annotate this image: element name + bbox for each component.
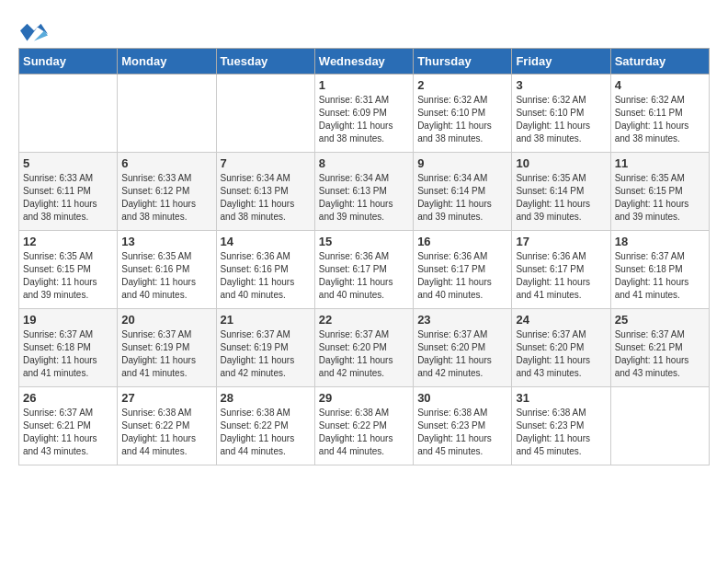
calendar-header: SundayMondayTuesdayWednesdayThursdayFrid… [19,49,710,75]
day-info: Sunrise: 6:37 AM Sunset: 6:21 PM Dayligh… [23,407,113,458]
day-info: Sunrise: 6:34 AM Sunset: 6:14 PM Dayligh… [417,172,507,224]
day-info: Sunrise: 6:37 AM Sunset: 6:18 PM Dayligh… [615,250,705,302]
day-info: Sunrise: 6:38 AM Sunset: 6:22 PM Dayligh… [221,407,311,458]
day-info: Sunrise: 6:37 AM Sunset: 6:19 PM Dayligh… [221,328,311,380]
day-info: Sunrise: 6:35 AM Sunset: 6:15 PM Dayligh… [23,250,113,302]
logo [18,18,48,39]
day-number: 31 [516,391,606,405]
day-info: Sunrise: 6:33 AM Sunset: 6:12 PM Dayligh… [121,172,211,224]
day-number: 4 [615,78,705,92]
calendar-cell: 16Sunrise: 6:36 AM Sunset: 6:17 PM Dayli… [414,231,512,309]
day-info: Sunrise: 6:37 AM Sunset: 6:18 PM Dayligh… [23,328,113,380]
day-header-monday: Monday [118,49,216,75]
day-number: 26 [23,391,113,405]
day-info: Sunrise: 6:35 AM Sunset: 6:15 PM Dayligh… [615,172,705,224]
day-number: 7 [221,156,311,170]
day-number: 30 [417,391,507,405]
calendar-cell: 12Sunrise: 6:35 AM Sunset: 6:15 PM Dayli… [19,231,118,309]
calendar-week-row: 19Sunrise: 6:37 AM Sunset: 6:18 PM Dayli… [19,309,710,387]
calendar-cell: 7Sunrise: 6:34 AM Sunset: 6:13 PM Daylig… [216,153,314,231]
day-info: Sunrise: 6:37 AM Sunset: 6:20 PM Dayligh… [319,328,409,380]
day-header-thursday: Thursday [414,49,512,75]
day-info: Sunrise: 6:38 AM Sunset: 6:22 PM Dayligh… [121,407,211,458]
day-number: 2 [417,78,507,92]
day-info: Sunrise: 6:37 AM Sunset: 6:20 PM Dayligh… [417,328,507,380]
day-header-tuesday: Tuesday [216,49,314,75]
calendar-week-row: 5Sunrise: 6:33 AM Sunset: 6:11 PM Daylig… [19,153,710,231]
calendar-cell: 15Sunrise: 6:36 AM Sunset: 6:17 PM Dayli… [314,231,413,309]
day-number: 24 [516,313,606,327]
day-info: Sunrise: 6:38 AM Sunset: 6:23 PM Dayligh… [417,407,507,458]
day-number: 21 [221,313,311,327]
calendar-cell: 4Sunrise: 6:32 AM Sunset: 6:11 PM Daylig… [610,75,709,153]
day-info: Sunrise: 6:32 AM Sunset: 6:10 PM Dayligh… [516,94,606,145]
calendar-cell: 23Sunrise: 6:37 AM Sunset: 6:20 PM Dayli… [414,309,512,387]
calendar-cell: 18Sunrise: 6:37 AM Sunset: 6:18 PM Dayli… [610,231,709,309]
day-number: 22 [319,313,409,327]
day-info: Sunrise: 6:37 AM Sunset: 6:21 PM Dayligh… [615,328,705,380]
day-number: 5 [23,156,113,170]
day-info: Sunrise: 6:31 AM Sunset: 6:09 PM Dayligh… [319,94,409,145]
calendar-cell: 5Sunrise: 6:33 AM Sunset: 6:11 PM Daylig… [19,153,118,231]
day-info: Sunrise: 6:34 AM Sunset: 6:13 PM Dayligh… [319,172,409,224]
day-number: 28 [221,391,311,405]
day-number: 6 [121,156,211,170]
calendar-cell: 22Sunrise: 6:37 AM Sunset: 6:20 PM Dayli… [314,309,413,387]
calendar-cell: 24Sunrise: 6:37 AM Sunset: 6:20 PM Dayli… [512,309,610,387]
calendar-cell: 13Sunrise: 6:35 AM Sunset: 6:16 PM Dayli… [118,231,216,309]
day-number: 27 [121,391,211,405]
day-number: 8 [319,156,409,170]
calendar-cell: 6Sunrise: 6:33 AM Sunset: 6:12 PM Daylig… [118,153,216,231]
day-info: Sunrise: 6:35 AM Sunset: 6:16 PM Dayligh… [121,250,211,302]
header [18,18,710,39]
day-number: 9 [417,156,507,170]
day-number: 19 [23,313,113,327]
day-info: Sunrise: 6:36 AM Sunset: 6:17 PM Dayligh… [319,250,409,302]
day-header-sunday: Sunday [19,49,118,75]
day-info: Sunrise: 6:37 AM Sunset: 6:19 PM Dayligh… [121,328,211,380]
day-number: 11 [615,156,705,170]
calendar-cell [216,75,314,153]
calendar-table: SundayMondayTuesdayWednesdayThursdayFrid… [18,48,710,465]
calendar-cell: 27Sunrise: 6:38 AM Sunset: 6:22 PM Dayli… [118,387,216,465]
calendar-cell [610,387,709,465]
day-number: 17 [516,235,606,248]
calendar-week-row: 26Sunrise: 6:37 AM Sunset: 6:21 PM Dayli… [19,387,710,465]
day-number: 20 [121,313,211,327]
calendar-cell: 10Sunrise: 6:35 AM Sunset: 6:14 PM Dayli… [512,153,610,231]
day-header-saturday: Saturday [610,49,709,75]
calendar-cell: 17Sunrise: 6:36 AM Sunset: 6:17 PM Dayli… [512,231,610,309]
day-number: 3 [516,78,606,92]
day-info: Sunrise: 6:36 AM Sunset: 6:16 PM Dayligh… [221,250,311,302]
logo-bird-icon [20,18,48,46]
calendar-cell: 2Sunrise: 6:32 AM Sunset: 6:10 PM Daylig… [414,75,512,153]
calendar-cell [19,75,118,153]
day-number: 12 [23,235,113,248]
day-info: Sunrise: 6:38 AM Sunset: 6:22 PM Dayligh… [319,407,409,458]
day-number: 29 [319,391,409,405]
calendar-week-row: 12Sunrise: 6:35 AM Sunset: 6:15 PM Dayli… [19,231,710,309]
day-number: 16 [417,235,507,248]
calendar-cell: 28Sunrise: 6:38 AM Sunset: 6:22 PM Dayli… [216,387,314,465]
day-info: Sunrise: 6:36 AM Sunset: 6:17 PM Dayligh… [516,250,606,302]
calendar-cell [118,75,216,153]
calendar-cell: 31Sunrise: 6:38 AM Sunset: 6:23 PM Dayli… [512,387,610,465]
day-number: 18 [615,235,705,248]
calendar-cell: 25Sunrise: 6:37 AM Sunset: 6:21 PM Dayli… [610,309,709,387]
day-header-wednesday: Wednesday [314,49,413,75]
calendar-cell: 26Sunrise: 6:37 AM Sunset: 6:21 PM Dayli… [19,387,118,465]
calendar-cell: 9Sunrise: 6:34 AM Sunset: 6:14 PM Daylig… [414,153,512,231]
day-info: Sunrise: 6:38 AM Sunset: 6:23 PM Dayligh… [516,407,606,458]
day-info: Sunrise: 6:32 AM Sunset: 6:10 PM Dayligh… [417,94,507,145]
day-number: 13 [121,235,211,248]
day-info: Sunrise: 6:34 AM Sunset: 6:13 PM Dayligh… [221,172,311,224]
calendar-cell: 11Sunrise: 6:35 AM Sunset: 6:15 PM Dayli… [610,153,709,231]
day-info: Sunrise: 6:37 AM Sunset: 6:20 PM Dayligh… [516,328,606,380]
day-number: 15 [319,235,409,248]
day-number: 23 [417,313,507,327]
day-headers-row: SundayMondayTuesdayWednesdayThursdayFrid… [19,49,710,75]
day-info: Sunrise: 6:32 AM Sunset: 6:11 PM Dayligh… [615,94,705,145]
calendar-cell: 19Sunrise: 6:37 AM Sunset: 6:18 PM Dayli… [19,309,118,387]
calendar-week-row: 1Sunrise: 6:31 AM Sunset: 6:09 PM Daylig… [19,75,710,153]
day-info: Sunrise: 6:36 AM Sunset: 6:17 PM Dayligh… [417,250,507,302]
